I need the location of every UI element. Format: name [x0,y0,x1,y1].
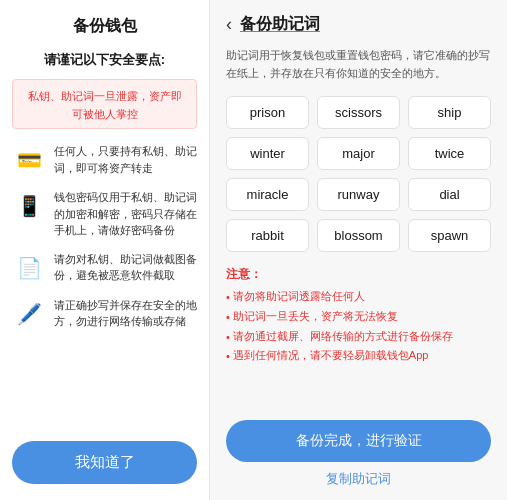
word-1: prison [226,96,309,129]
word-3: ship [408,96,491,129]
acknowledge-button[interactable]: 我知道了 [12,441,197,484]
write-icon: 🖊️ [12,297,46,331]
warning-text: 私钥、助记词一旦泄露，资产即可被他人掌控 [28,90,182,120]
back-arrow-icon[interactable]: ‹ [226,14,232,35]
word-4: winter [226,137,309,170]
phone-icon: 📱 [12,189,46,223]
security-list: 💳 任何人，只要持有私钥、助记词，即可将资产转走 📱 钱包密码仅用于私钥、助记词… [12,143,197,431]
word-2: scissors [317,96,400,129]
screenshot-icon: 📄 [12,251,46,285]
right-header: ‹ 备份助记词 [210,0,507,43]
right-title: 备份助记词 [240,14,320,35]
notice-item-2: 助记词一旦丢失，资产将无法恢复 [226,307,491,327]
warning-banner: 私钥、助记词一旦泄露，资产即可被他人掌控 [12,79,197,129]
left-panel: 备份钱包 请谨记以下安全要点: 私钥、助记词一旦泄露，资产即可被他人掌控 💳 任… [0,0,210,500]
transfer-icon: 💳 [12,143,46,177]
right-description: 助记词用于恢复钱包或重置钱包密码，请它准确的抄写在纸上，并存放在只有你知道的安全… [210,43,507,92]
notice-item-3: 请勿通过截屏、网络传输的方式进行备份保存 [226,327,491,347]
security-text-2: 钱包密码仅用于私钥、助记词的加密和解密，密码只存储在手机上，请做好密码备份 [54,189,197,239]
copy-mnemonic-button[interactable]: 复制助记词 [326,470,391,488]
security-text-3: 请勿对私钥、助记词做截图备份，避免被恶意软件截取 [54,251,197,284]
word-8: runway [317,178,400,211]
word-12: spawn [408,219,491,252]
security-item-4: 🖊️ 请正确抄写并保存在安全的地方，勿进行网络传输或存储 [12,297,197,331]
notice-section: 注意： 请勿将助记词透露给任何人 助记词一旦丢失，资产将无法恢复 请勿通过截屏、… [210,262,507,374]
left-title: 备份钱包 [73,16,137,37]
mnemonic-grid: prison scissors ship winter major twice … [210,92,507,262]
right-bottom: 备份完成，进行验证 复制助记词 [210,412,507,500]
security-item-3: 📄 请勿对私钥、助记词做截图备份，避免被恶意软件截取 [12,251,197,285]
notice-item-1: 请勿将助记词透露给任何人 [226,287,491,307]
word-9: dial [408,178,491,211]
word-5: major [317,137,400,170]
word-10: rabbit [226,219,309,252]
word-11: blossom [317,219,400,252]
right-panel: ‹ 备份助记词 助记词用于恢复钱包或重置钱包密码，请它准确的抄写在纸上，并存放在… [210,0,507,500]
notice-title: 注意： [226,266,491,283]
left-subtitle: 请谨记以下安全要点: [44,51,165,69]
security-text-1: 任何人，只要持有私钥、助记词，即可将资产转走 [54,143,197,176]
word-6: twice [408,137,491,170]
security-text-4: 请正确抄写并保存在安全的地方，勿进行网络传输或存储 [54,297,197,330]
notice-item-4: 遇到任何情况，请不要轻易卸载钱包App [226,346,491,366]
security-item-2: 📱 钱包密码仅用于私钥、助记词的加密和解密，密码只存储在手机上，请做好密码备份 [12,189,197,239]
verify-button[interactable]: 备份完成，进行验证 [226,420,491,462]
security-item-1: 💳 任何人，只要持有私钥、助记词，即可将资产转走 [12,143,197,177]
word-7: miracle [226,178,309,211]
